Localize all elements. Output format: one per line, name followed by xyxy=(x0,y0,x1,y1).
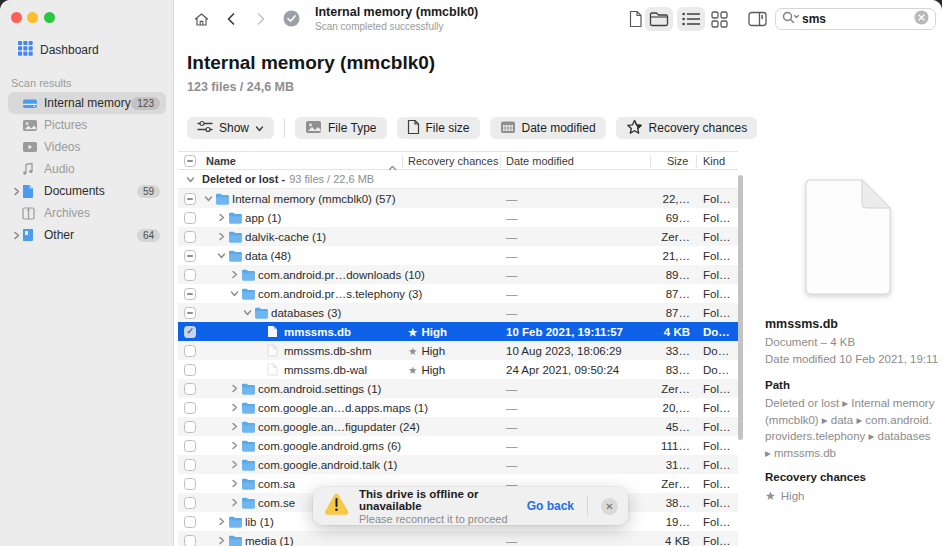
column-header-name[interactable]: Name xyxy=(206,155,236,167)
column-header-date[interactable]: Date modified xyxy=(506,155,574,167)
chevron-right-icon[interactable] xyxy=(228,441,241,450)
back-icon[interactable] xyxy=(225,11,237,27)
chevron-right-icon[interactable] xyxy=(228,479,241,488)
row-checkbox[interactable] xyxy=(184,212,196,224)
table-row[interactable]: mmssms.db★High10 Feb 2021, 19:11:574 KBD… xyxy=(178,322,738,341)
folder-icon xyxy=(228,231,245,243)
row-checkbox[interactable] xyxy=(184,440,196,452)
chevron-right-icon[interactable] xyxy=(10,231,22,240)
recovery-chances-filter-button[interactable]: Recovery chances xyxy=(616,117,758,139)
select-all-checkbox[interactable] xyxy=(184,155,196,167)
row-checkbox[interactable] xyxy=(184,345,196,357)
row-checkbox[interactable] xyxy=(184,421,196,433)
table-row[interactable]: com.google.an…figupdater (24)—45…Fol… xyxy=(178,417,738,436)
close-icon[interactable]: ✕ xyxy=(601,498,618,515)
row-checkbox[interactable] xyxy=(184,535,196,546)
row-checkbox[interactable] xyxy=(184,383,196,395)
row-checkbox[interactable] xyxy=(184,497,196,509)
sidebar-item-other[interactable]: Other64 xyxy=(8,224,166,246)
file-type-filter-button[interactable]: File Type xyxy=(295,117,386,139)
count-badge: 59 xyxy=(137,185,160,198)
sidebar-item-dashboard[interactable]: Dashboard xyxy=(10,39,164,61)
sidebar-toggle-icon[interactable] xyxy=(747,9,767,29)
row-checkbox[interactable] xyxy=(184,459,196,471)
row-checkbox[interactable] xyxy=(184,478,196,490)
folder-icon xyxy=(241,478,258,490)
zoom-window-button[interactable] xyxy=(44,12,55,23)
sidebar-item-documents[interactable]: Documents59 xyxy=(8,180,166,202)
chevron-right-icon[interactable] xyxy=(228,498,241,507)
clear-search-icon[interactable] xyxy=(914,10,929,29)
chevron-right-icon[interactable] xyxy=(10,187,22,196)
table-row[interactable]: media (1)—4 KBFol… xyxy=(178,531,738,546)
sidebar-item-videos[interactable]: Videos xyxy=(8,136,166,158)
sidebar-item-pictures[interactable]: Pictures xyxy=(8,114,166,136)
kind-cell: Fol… xyxy=(703,455,737,474)
folder-view-button[interactable] xyxy=(645,7,673,31)
chevron-right-icon[interactable] xyxy=(228,422,241,431)
chevron-down-icon[interactable] xyxy=(241,309,254,316)
row-checkbox[interactable] xyxy=(184,193,196,205)
table-row[interactable]: data (48)—21,…Fol… xyxy=(178,246,738,265)
table-row[interactable]: com.google.an…d.apps.maps (1)—20,…Fol… xyxy=(178,398,738,417)
go-back-link[interactable]: Go back xyxy=(527,499,574,513)
table-row[interactable]: databases (3)—87…Fol… xyxy=(178,303,738,322)
chevron-right-icon[interactable] xyxy=(215,536,228,545)
chevron-right-icon[interactable] xyxy=(228,384,241,393)
chevron-right-icon[interactable] xyxy=(215,517,228,526)
star-icon: ★ xyxy=(408,326,417,338)
grid-view-icon[interactable] xyxy=(709,9,729,29)
row-checkbox[interactable] xyxy=(184,402,196,414)
minimize-window-button[interactable] xyxy=(27,12,38,23)
search-input[interactable]: sms xyxy=(775,8,936,30)
table-row[interactable]: dalvik-cache (1)—Zer…Fol… xyxy=(178,227,738,246)
row-checkbox[interactable] xyxy=(184,269,196,281)
chevron-right-icon[interactable] xyxy=(228,460,241,469)
sidebar-item-audio[interactable]: Audio xyxy=(8,158,166,180)
column-header-recovery[interactable]: Recovery chances xyxy=(408,155,499,167)
row-checkbox[interactable] xyxy=(184,250,196,262)
chevron-right-icon[interactable] xyxy=(228,270,241,279)
chevron-right-icon[interactable] xyxy=(215,232,228,241)
date-modified-filter-button[interactable]: Date modified xyxy=(490,117,606,139)
column-header-size[interactable]: Size xyxy=(667,155,688,167)
toolbar: Internal memory (mmcblk0) Scan completed… xyxy=(175,0,942,38)
table-row[interactable]: com.android.pr…downloads (10)—89…Fol… xyxy=(178,265,738,284)
close-window-button[interactable] xyxy=(11,12,22,23)
recovery-cell: ★High xyxy=(408,341,500,360)
chevron-down-icon[interactable] xyxy=(202,195,215,202)
details-path-value: Deleted or lost ▸ Internal memory (mmcbl… xyxy=(765,395,937,461)
row-checkbox[interactable] xyxy=(184,288,196,300)
sidebar-item-archives[interactable]: Archives xyxy=(8,202,166,224)
sidebar-item-internal-memory[interactable]: Internal memory (…123 xyxy=(8,92,166,114)
group-row-deleted-or-lost[interactable]: Deleted or lost - 93 files / 22,6 MB xyxy=(178,170,738,189)
column-header-kind[interactable]: Kind xyxy=(703,155,725,167)
file-size-filter-button[interactable]: File size xyxy=(397,117,480,139)
table-row[interactable]: com.android.settings (1)—Zer…Fol… xyxy=(178,379,738,398)
table-row[interactable]: Internal memory (mmcblk0) (57)—22,…Fol… xyxy=(178,189,738,208)
row-checkbox[interactable] xyxy=(184,307,196,319)
show-filter-button[interactable]: Show xyxy=(187,117,274,139)
chevron-down-icon[interactable] xyxy=(186,176,195,183)
table-row[interactable]: mmssms.db-wal★High24 Apr 2021, 09:50:248… xyxy=(178,360,738,379)
table-row[interactable]: com.google.android.gms (6)—111…Fol… xyxy=(178,436,738,455)
forward-icon[interactable] xyxy=(255,11,267,27)
row-checkbox[interactable] xyxy=(184,231,196,243)
chevron-right-icon[interactable] xyxy=(228,403,241,412)
chevron-down-icon[interactable] xyxy=(228,290,241,297)
row-checkbox[interactable] xyxy=(184,326,196,338)
chevron-down-icon[interactable] xyxy=(215,252,228,259)
list-view-button[interactable] xyxy=(677,7,705,31)
table-row[interactable]: app (1)—69…Fol… xyxy=(178,208,738,227)
table-row[interactable]: mmssms.db-shm★High10 Aug 2023, 18:06:293… xyxy=(178,341,738,360)
vertical-scrollbar[interactable] xyxy=(738,175,743,440)
preview-view-icon[interactable] xyxy=(627,10,644,28)
row-checkbox[interactable] xyxy=(184,516,196,528)
chevron-right-icon[interactable] xyxy=(215,213,228,222)
size-cell: 89… xyxy=(630,265,693,284)
size-cell: 33… xyxy=(630,341,693,360)
home-icon[interactable] xyxy=(192,10,210,28)
row-checkbox[interactable] xyxy=(184,364,196,376)
table-row[interactable]: com.android.pr…s.telephony (3)—87…Fol… xyxy=(178,284,738,303)
table-row[interactable]: com.google.android.talk (1)—31…Fol… xyxy=(178,455,738,474)
